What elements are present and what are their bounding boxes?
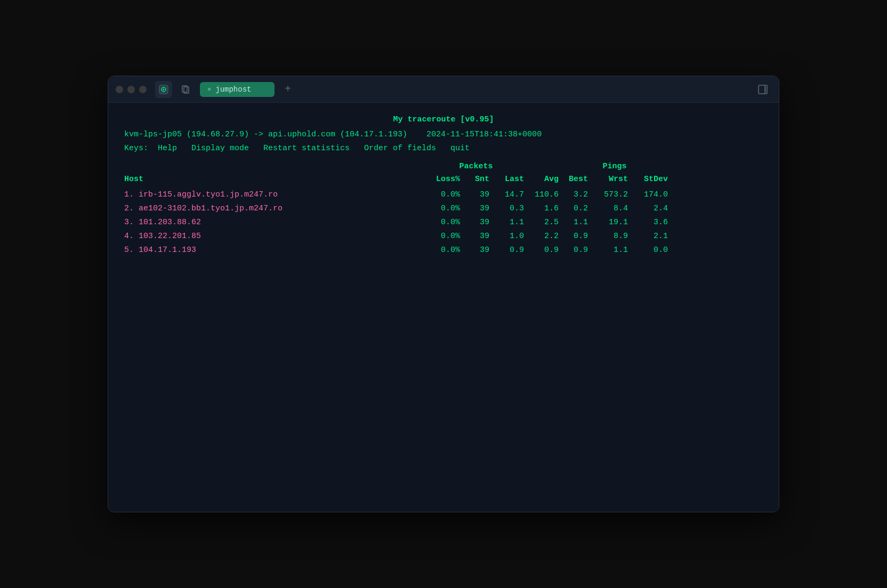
terminal-content: My traceroute [v0.95] kvm-lps-jp05 (194.…: [108, 103, 779, 512]
tab-close-icon[interactable]: ✕: [207, 85, 211, 93]
row-wrst: 8.4: [588, 202, 628, 215]
row-last: 1.1: [489, 216, 524, 229]
row-wrst: 573.2: [588, 189, 628, 201]
files-icon[interactable]: [178, 81, 195, 98]
row-avg: 0.9: [524, 244, 559, 257]
titlebar: ✕ jumphost +: [108, 76, 779, 103]
row-loss: 0.0%: [423, 189, 460, 201]
close-button[interactable]: [116, 86, 123, 93]
mtr-table: 1. irb-115.agglv.tyo1.jp.m247.ro 0.0% 39…: [124, 188, 763, 257]
row-snt: 39: [460, 244, 489, 257]
sidebar-toggle-button[interactable]: [754, 81, 771, 98]
row-best: 3.2: [559, 189, 588, 201]
row-best: 1.1: [559, 216, 588, 229]
row-host: 3. 101.203.88.62: [124, 216, 423, 229]
mtr-info: kvm-lps-jp05 (194.68.27.9) -> api.uphold…: [124, 128, 763, 141]
terminal-window: ✕ jumphost + My traceroute [v0.95] kvm-l…: [108, 76, 779, 512]
row-last: 1.0: [489, 230, 524, 243]
row-wrst: 19.1: [588, 216, 628, 229]
table-row: 1. irb-115.agglv.tyo1.jp.m247.ro 0.0% 39…: [124, 188, 763, 202]
row-wrst: 8.9: [588, 230, 628, 243]
row-last: 0.3: [489, 202, 524, 215]
row-last: 0.9: [489, 244, 524, 257]
new-tab-button[interactable]: +: [280, 81, 296, 97]
col-snt-header: Snt: [460, 173, 489, 186]
row-host: 4. 103.22.201.85: [124, 230, 423, 243]
table-row: 3. 101.203.88.62 0.0% 39 1.1 2.5 1.1 19.…: [124, 216, 763, 230]
row-avg: 2.5: [524, 216, 559, 229]
col-best-header: Best: [559, 173, 588, 186]
pings-header: Pings: [529, 160, 700, 173]
active-tab[interactable]: ✕ jumphost: [200, 82, 275, 97]
row-loss: 0.0%: [423, 244, 460, 257]
row-snt: 39: [460, 189, 489, 201]
mtr-keys: Keys: Help Display mode Restart statisti…: [124, 142, 763, 155]
col-last-header: Last: [489, 173, 524, 186]
row-loss: 0.0%: [423, 216, 460, 229]
col-stdev-header: StDev: [628, 173, 668, 186]
svg-point-2: [163, 88, 165, 90]
col-host-header: Host: [124, 173, 423, 186]
row-stdev: 2.1: [628, 230, 668, 243]
row-stdev: 3.6: [628, 216, 668, 229]
row-host: 5. 104.17.1.193: [124, 244, 423, 257]
row-stdev: 2.4: [628, 202, 668, 215]
row-snt: 39: [460, 202, 489, 215]
col-avg-header: Avg: [524, 173, 559, 186]
packets-header: Packets: [423, 160, 529, 173]
traffic-lights: [116, 86, 147, 93]
mtr-title: My traceroute [v0.95]: [124, 113, 763, 126]
row-loss: 0.0%: [423, 230, 460, 243]
tab-label: jumphost: [215, 85, 251, 94]
row-best: 0.9: [559, 244, 588, 257]
row-host: 2. ae102-3102.bb1.tyo1.jp.m247.ro: [124, 202, 423, 215]
maximize-button[interactable]: [139, 86, 147, 93]
row-snt: 39: [460, 216, 489, 229]
table-row: 4. 103.22.201.85 0.0% 39 1.0 2.2 0.9 8.9…: [124, 230, 763, 243]
table-row: 5. 104.17.1.193 0.0% 39 0.9 0.9 0.9 1.1 …: [124, 243, 763, 257]
row-best: 0.2: [559, 202, 588, 215]
row-snt: 39: [460, 230, 489, 243]
row-wrst: 1.1: [588, 244, 628, 257]
terminal-icon[interactable]: [155, 81, 172, 98]
row-avg: 2.2: [524, 230, 559, 243]
row-stdev: 174.0: [628, 189, 668, 201]
row-avg: 110.6: [524, 189, 559, 201]
row-avg: 1.6: [524, 202, 559, 215]
row-best: 0.9: [559, 230, 588, 243]
col-loss-header: Loss%: [423, 173, 460, 186]
col-wrst-header: Wrst: [588, 173, 628, 186]
minimize-button[interactable]: [127, 86, 135, 93]
row-last: 14.7: [489, 189, 524, 201]
row-stdev: 0.0: [628, 244, 668, 257]
table-row: 2. ae102-3102.bb1.tyo1.jp.m247.ro 0.0% 3…: [124, 202, 763, 216]
row-loss: 0.0%: [423, 202, 460, 215]
row-host: 1. irb-115.agglv.tyo1.jp.m247.ro: [124, 189, 423, 201]
